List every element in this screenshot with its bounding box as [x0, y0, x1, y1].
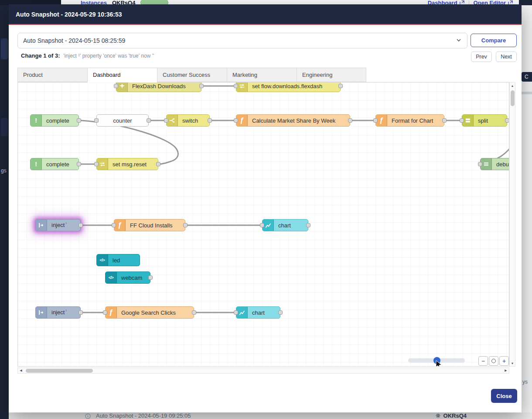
bottom-page-fragment: Auto Snapshot - 2024-05-19 09:25:05 OKRs… — [9, 412, 532, 419]
sidebar-item-label: gs — [1, 168, 7, 174]
input-port[interactable] — [94, 118, 99, 123]
right-fragment-button[interactable]: C — [522, 72, 532, 82]
output-port[interactable] — [78, 223, 83, 227]
output-port[interactable] — [192, 310, 196, 315]
input-port[interactable] — [234, 118, 238, 123]
input-port[interactable] — [114, 84, 118, 88]
input-port[interactable] — [112, 223, 116, 227]
node-label: webcam — [117, 275, 147, 281]
scroll-up-arrow[interactable]: ▲ — [510, 82, 515, 89]
output-port[interactable] — [148, 275, 153, 280]
flow-node-setflow[interactable]: set flow.downloads.flexdash — [236, 82, 341, 92]
prev-button[interactable]: Prev — [471, 52, 492, 62]
scroll-right-arrow[interactable]: ▶ — [503, 368, 509, 373]
flow-node-chart1[interactable]: chart — [262, 219, 308, 231]
output-port[interactable] — [505, 118, 509, 123]
code-icon: </> — [97, 254, 108, 266]
compare-button[interactable]: Compare — [471, 34, 517, 47]
flow-node-flexdash[interactable]: FlexDash Downloads — [116, 82, 201, 92]
flow-node-counter[interactable]: counter — [96, 114, 149, 127]
vertical-scrollbar[interactable]: ▲ ▼ — [509, 82, 515, 367]
zoom-in-button[interactable]: + — [499, 356, 509, 366]
output-port[interactable] — [147, 118, 151, 123]
node-label: counter — [109, 117, 136, 124]
output-port[interactable] — [338, 84, 343, 88]
input-port[interactable] — [478, 162, 482, 166]
flow-node-inject1[interactable]: inject ¹ — [35, 219, 81, 231]
input-port[interactable] — [460, 118, 464, 123]
output-port[interactable] — [306, 223, 310, 227]
flow-node-format[interactable]: ƒFormat for Chart — [375, 114, 444, 127]
output-port[interactable] — [278, 310, 283, 315]
flow-node-led[interactable]: </>led — [96, 254, 140, 266]
input-port[interactable] — [234, 84, 238, 88]
node-label: Calculate Market Share By Week — [248, 117, 340, 124]
node-label: Google Search Clicks — [117, 309, 180, 316]
input-port[interactable] — [103, 310, 107, 315]
node-label: FF Cloud Installs — [126, 222, 177, 229]
flow-node-calc[interactable]: ƒCalculate Market Share By Week — [236, 114, 350, 127]
output-port[interactable] — [77, 162, 81, 166]
input-port[interactable] — [373, 118, 378, 123]
flow-node-chart2[interactable]: chart — [236, 306, 280, 319]
node-label: switch — [178, 117, 202, 124]
flow-node-inject2[interactable]: inject ¹ — [35, 306, 81, 319]
right-fragment-bar — [522, 92, 532, 94]
output-port[interactable] — [199, 84, 204, 88]
input-port[interactable] — [94, 162, 99, 166]
zoom-reset-icon — [491, 359, 496, 363]
wire-split-debug — [479, 120, 509, 164]
output-port[interactable] — [442, 118, 447, 123]
flow-node-setreset[interactable]: set msg.reset — [96, 158, 158, 170]
next-button[interactable]: Next — [496, 52, 517, 62]
tab-customer-success[interactable]: Customer Success — [157, 68, 227, 82]
flow-node-ffcloud[interactable]: ƒFF Cloud Installs — [114, 219, 185, 231]
tab-engineering[interactable]: Engineering — [297, 68, 366, 82]
inject-icon — [36, 307, 47, 318]
flow-node-complete2[interactable]: !complete — [30, 158, 79, 170]
node-label: FlexDash Downloads — [128, 83, 190, 89]
zoom-reset-button[interactable] — [489, 356, 498, 366]
flow-node-complete1[interactable]: !complete — [30, 114, 79, 127]
flow-node-gsc[interactable]: ƒGoogle Search Clicks — [105, 306, 194, 319]
scroll-left-arrow[interactable]: ◀ — [18, 368, 24, 373]
input-port[interactable] — [234, 310, 238, 315]
exclaim-icon: ! — [31, 115, 42, 126]
inject-icon — [36, 220, 47, 231]
flow-node-webcam[interactable]: </>webcam — [105, 271, 150, 284]
output-port[interactable] — [156, 162, 160, 166]
horizontal-scrollbar[interactable]: ◀ ▶ — [17, 367, 509, 374]
flow-node-switch[interactable]: switch — [166, 114, 210, 127]
info-icon — [85, 413, 91, 419]
node-label: chart — [274, 222, 295, 229]
vertical-scroll-thumb[interactable] — [511, 90, 515, 106]
output-port[interactable] — [183, 223, 188, 227]
input-port[interactable] — [260, 223, 264, 227]
horizontal-scroll-thumb[interactable] — [26, 369, 93, 373]
output-port[interactable] — [77, 118, 81, 123]
background-snapshot-label: Auto Snapshot - 2024-05-19 09:25:05 — [96, 412, 191, 419]
tab-dashboard[interactable]: Dashboard — [87, 68, 157, 82]
change-detail-text: 'inject ¹' property 'once' was 'true' no… — [64, 53, 154, 59]
scroll-down-arrow[interactable]: ▼ — [510, 360, 515, 366]
flow-canvas[interactable]: FlexDash Downloadsset flow.downloads.fle… — [17, 82, 509, 367]
node-label: complete — [42, 161, 74, 168]
flow-node-split[interactable]: split — [462, 114, 507, 127]
close-button[interactable]: Close — [491, 389, 517, 403]
node-label: Format for Chart — [387, 117, 437, 124]
sidebar-nav-item[interactable] — [1, 38, 8, 59]
node-label-superscript: ¹ — [65, 222, 67, 226]
snapshot-select[interactable]: Auto Snapshot - 2024-05-15 08:25:59 — [17, 33, 467, 48]
zoom-out-button[interactable]: − — [478, 356, 488, 366]
sidebar-nav-item[interactable] — [1, 118, 8, 136]
tab-product[interactable]: Product — [17, 68, 87, 82]
output-port[interactable] — [78, 310, 83, 315]
flow-node-debug[interactable]: debu — [480, 158, 509, 170]
change-counter-label: Change 1 of 3: — [21, 52, 60, 59]
output-port[interactable] — [208, 118, 212, 123]
right-page-fragment: C ys — [522, 5, 532, 412]
input-port[interactable] — [164, 118, 168, 123]
tab-marketing[interactable]: Marketing — [227, 68, 297, 82]
output-port[interactable] — [348, 118, 352, 123]
code-icon: </> — [106, 272, 117, 283]
